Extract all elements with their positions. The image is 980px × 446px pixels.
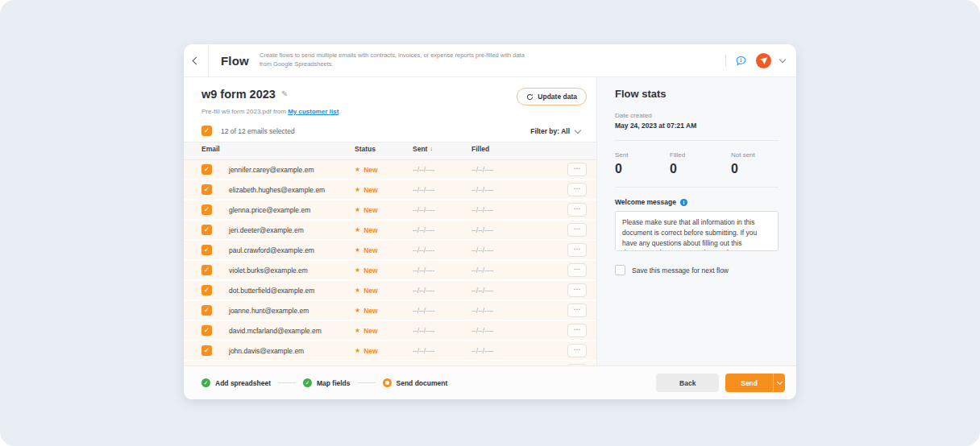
stat-value: 0 [731,162,779,176]
row-checkbox[interactable]: ✓ [201,225,212,235]
row-filled-date: --/--/---- [471,287,549,295]
row-checkbox[interactable]: ✓ [201,305,212,316]
sort-desc-icon: ↓ [430,146,433,151]
window-footer: ✓ Add spreadsheet ✓ Map fields Send docu… [184,365,796,399]
back-button-footer[interactable]: Back [656,374,719,392]
account-menu-chevron-icon[interactable] [779,56,786,63]
save-message-label: Save this message for next flow [632,266,729,275]
recipients-table: Email Status Sent ↓ Filled ✓ [184,142,596,365]
edit-title-icon[interactable]: ✎ [281,89,288,98]
table-row: ✓ paul.crawford@example.em ★ New --/--/-… [184,241,596,259]
row-checkbox[interactable]: ✓ [201,164,212,175]
row-email: glenna.price@example.em [229,206,355,214]
status-badge: New [363,206,377,214]
status-badge: New [363,307,377,315]
send-button[interactable]: Send [725,374,785,392]
filter-dropdown[interactable]: Filter by: All [530,127,587,135]
row-checkbox[interactable]: ✓ [201,204,212,215]
column-filled[interactable]: Filled [471,145,549,153]
row-filled-date: --/--/---- [471,327,549,335]
app-logo[interactable] [756,53,771,68]
date-created-value: May 24, 2023 at 07:21 AM [615,122,779,130]
selection-bar: ✓ 12 of 12 emails selected Filter by: Al… [184,126,596,142]
info-icon[interactable]: i [680,199,687,206]
step-send-document[interactable]: Send document [383,378,448,387]
column-sent[interactable]: Sent ↓ [413,145,471,153]
column-status[interactable]: Status [355,145,413,153]
row-checkbox[interactable]: ✓ [201,265,212,275]
row-sent-date: --/--/---- [413,347,471,355]
row-checkbox[interactable]: ✓ [201,184,212,195]
row-menu-button[interactable]: ⋯ [567,304,587,317]
table-row: ✓ david.mcfarland@example.em ★ New --/--… [184,321,596,340]
send-options-chevron[interactable] [773,374,785,392]
update-data-button[interactable]: Update data [517,88,587,105]
row-email: paul.crawford@example.em [229,246,355,254]
flow-title: w9 form 2023 [201,88,276,101]
row-email: joanne.hunt@example.em [229,307,355,315]
row-menu-button[interactable]: ⋯ [567,183,587,196]
step-current-icon [383,378,392,387]
help-chat-icon[interactable] [735,55,747,67]
select-all-checkbox[interactable]: ✓ [201,126,212,136]
stat-label: Sent [615,151,670,159]
row-filled-date: --/--/---- [471,266,549,275]
update-data-label: Update data [538,93,577,101]
column-sent-label: Sent [413,145,427,153]
row-menu-button[interactable]: ⋯ [567,203,587,217]
recipients-panel: w9 form 2023 ✎ Update data Pre-fill w9 f… [184,77,596,365]
row-menu-button[interactable]: ⋯ [567,263,587,277]
row-menu-button[interactable]: ⋯ [567,243,587,257]
stat-sent: Sent 0 [615,151,670,176]
column-email[interactable]: Email [201,145,355,153]
refresh-icon [526,93,534,101]
filter-label: Filter by: All [530,127,570,135]
row-status: ★ New [355,307,413,315]
star-icon: ★ [355,187,360,193]
row-sent-date: --/--/---- [413,166,471,174]
row-sent-date: --/--/---- [413,246,471,254]
step-add-spreadsheet[interactable]: ✓ Add spreadsheet [201,378,271,387]
table-row: ✓ john.davis@example.em ★ New --/--/----… [184,341,596,360]
customer-list-link[interactable]: My customer list [288,108,338,115]
row-checkbox[interactable]: ✓ [201,245,212,255]
footer-actions: Back Send [656,374,785,392]
row-menu-button[interactable]: ⋯ [567,223,587,237]
star-icon: ★ [355,167,360,173]
step-label: Send document [397,379,448,387]
step-map-fields[interactable]: ✓ Map fields [303,378,351,387]
back-button[interactable] [184,44,208,76]
row-status: ★ New [355,166,413,174]
row-menu-button[interactable]: ⋯ [567,283,587,297]
header-actions [725,53,796,68]
row-checkbox[interactable]: ✓ [201,285,212,295]
page-background: Flow Create flows to send multiple email… [0,0,980,446]
row-filled-date: --/--/---- [471,246,549,254]
row-status: ★ New [355,206,413,214]
row-status: ★ New [355,347,413,355]
date-created-label: Date created [615,112,779,119]
welcome-message-label-row: Welcome message i [615,198,779,206]
row-menu-button[interactable]: ⋯ [567,163,587,176]
welcome-message-input[interactable]: Please make sure that all information in… [615,211,779,251]
step-done-icon: ✓ [303,378,312,387]
table-row: ✓ dot.butterfield@example.em ★ New --/--… [184,281,596,299]
row-sent-date: --/--/---- [413,226,471,234]
row-filled-date: --/--/---- [471,307,549,315]
table-row: ✓ elizabeth.hughes@example.em ★ New --/-… [184,180,596,199]
header-actions-divider [725,55,726,67]
step-connector [278,382,296,383]
row-menu-button[interactable]: ⋯ [567,324,587,337]
row-sent-date: --/--/---- [413,327,471,335]
table-row: ✓ jeri.deeter@example.em ★ New --/--/---… [184,221,596,239]
stat-value: 0 [615,162,670,176]
row-filled-date: --/--/---- [471,186,549,194]
divider [615,187,779,188]
row-menu-button[interactable]: ⋯ [567,344,587,357]
row-checkbox[interactable]: ✓ [201,325,212,336]
row-checkbox[interactable]: ✓ [201,345,212,356]
flow-stats-panel: Flow stats Date created May 24, 2023 at … [596,77,796,365]
save-message-checkbox[interactable] [615,265,625,275]
status-badge: New [363,347,377,355]
stat-filled: Filled 0 [670,151,731,176]
